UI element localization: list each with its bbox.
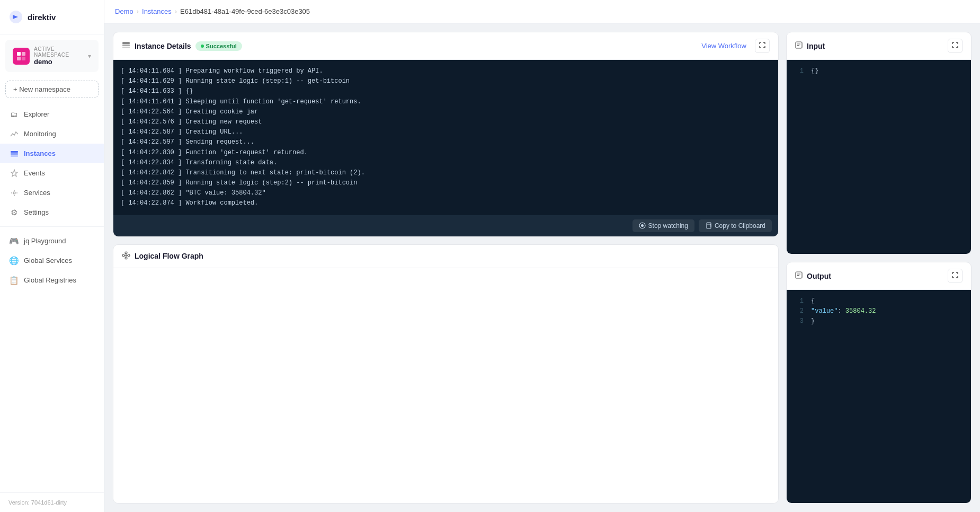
log-line: [ 14:04:22.862 ] "BTC value: 35804.32" [121,188,771,198]
sidebar-item-settings-label: Settings [24,208,49,216]
svg-point-17 [128,254,130,257]
line-content: { [811,296,815,306]
global-services-icon: 🌐 [10,256,19,265]
svg-point-16 [125,252,127,254]
input-card: Input 1{} [786,32,972,254]
input-expand-button[interactable] [948,39,963,53]
output-expand-button[interactable] [948,269,963,283]
svg-point-18 [125,257,127,259]
breadcrumb-demo[interactable]: Demo [115,7,133,15]
svg-rect-1 [17,52,21,56]
svg-rect-5 [11,151,18,153]
flow-icon [122,251,130,261]
input-title-label: Input [807,42,825,50]
sidebar-item-settings[interactable]: ⚙ Settings [0,202,104,222]
namespace-active-label: ACTIVE NAMESPACE [34,46,84,58]
svg-point-13 [641,224,644,227]
sidebar-item-explorer[interactable]: 🗂 Explorer [0,104,104,124]
log-line: [ 14:04:11.641 ] Sleeping until function… [121,97,771,107]
events-icon [10,169,19,178]
status-label: Successful [206,43,237,49]
flow-body [113,268,778,503]
log-line: [ 14:04:22.597 ] Sending request... [121,137,771,147]
svg-rect-14 [707,224,711,228]
input-header: Input [787,32,971,60]
log-line: [ 14:04:22.859 ] Running state logic (st… [121,178,771,188]
copy-clipboard-label: Copy to Clipboard [715,222,765,229]
output-title-label: Output [807,272,831,280]
output-title: Output [795,271,831,280]
status-badge: Successful [195,41,242,51]
log-line: [ 14:04:11.633 ] {} [121,86,771,96]
monitoring-icon [10,129,19,138]
line-number: 1 [794,296,804,306]
sidebar-item-instances[interactable]: Instances [0,144,104,163]
sidebar-item-explorer-label: Explorer [24,110,49,118]
sidebar-item-global-services[interactable]: 🌐 Global Services [0,251,104,270]
view-workflow-button[interactable]: View Workflow [697,40,751,52]
chevron-down-icon: ▾ [88,52,91,60]
namespace-name: demo [34,58,84,66]
status-dot [201,45,204,48]
log-line: [ 14:04:22.874 ] Workflow completed. [121,198,771,208]
namespace-info: ACTIVE NAMESPACE demo [34,46,84,66]
logical-flow-card: Logical Flow Graph [113,244,779,504]
instance-icon [122,41,130,51]
log-line: [ 14:04:22.576 ] Creating new request [121,117,771,127]
right-panel: Input 1{} Output [786,32,972,504]
line-number: 1 [794,66,804,76]
version-label: Version: 7041d61-dirty [8,499,67,506]
line-content: } [811,316,815,326]
content-area: Instance Details Successful View Workflo… [104,23,980,512]
svg-rect-2 [22,52,25,56]
logo-area: direktiv [0,0,104,34]
stop-watching-label: Stop watching [648,222,688,229]
svg-rect-7 [11,155,18,157]
sidebar-item-global-registries-label: Global Registries [24,276,76,284]
svg-rect-9 [122,42,130,44]
sidebar-item-events-label: Events [24,169,45,177]
instance-details-header: Instance Details Successful View Workflo… [113,32,778,60]
input-title: Input [795,41,825,50]
card-actions: View Workflow [697,39,770,53]
sidebar-item-events[interactable]: Events [0,163,104,183]
services-icon [10,188,19,197]
output-header: Output [787,262,971,290]
sidebar-item-instances-label: Instances [24,149,56,157]
sidebar-item-global-registries[interactable]: 📋 Global Registries [0,270,104,290]
instance-details-label: Instance Details [135,42,191,50]
sidebar-item-monitoring-label: Monitoring [24,130,56,138]
expand-icon-button[interactable] [755,39,770,53]
copy-clipboard-button[interactable]: Copy to Clipboard [699,219,772,232]
global-registries-icon: 📋 [10,276,19,285]
log-line: [ 14:04:22.587 ] Creating URL... [121,127,771,137]
breadcrumb: Demo › Instances › E61db481-48a1-49fe-9c… [104,0,980,23]
breadcrumb-sep-1: › [137,7,139,15]
sidebar-item-monitoring[interactable]: Monitoring [0,124,104,144]
sidebar: direktiv ACTIVE NAMESPACE demo ▾ + New n… [0,0,104,512]
new-namespace-button[interactable]: + New namespace [5,81,99,98]
direktiv-logo-icon [8,10,23,24]
svg-rect-10 [122,45,130,46]
log-line: [ 14:04:22.842 ] Transitioning to next s… [121,168,771,178]
sidebar-item-services[interactable]: Services [0,183,104,202]
sidebar-item-jq-playground[interactable]: 🎮 jq Playground [0,231,104,251]
breadcrumb-sep-2: › [175,7,177,15]
line-content: "value": 35804.32 [811,306,876,316]
stop-watching-button[interactable]: Stop watching [632,219,694,232]
nav-main: 🗂 Explorer Monitoring Instances Events [0,101,104,492]
output-icon [795,271,803,280]
flow-title-label: Logical Flow Graph [135,252,203,260]
log-actions: Stop watching Copy to Clipboard [113,215,778,236]
breadcrumb-instances[interactable]: Instances [142,7,172,15]
input-icon [795,41,803,50]
output-line: 1{ [794,296,964,306]
namespace-selector[interactable]: ACTIVE NAMESPACE demo ▾ [5,40,99,72]
namespace-icon [13,48,30,65]
breadcrumb-instance-id: E61db481-48a1-49fe-9ced-6e3e3c03e305 [180,7,310,15]
sidebar-item-services-label: Services [24,189,50,197]
input-line: 1{} [794,66,964,76]
log-area: [ 14:04:11.604 ] Preparing workflow trig… [113,60,778,215]
main-area: Demo › Instances › E61db481-48a1-49fe-9c… [104,0,980,512]
svg-point-15 [122,254,124,257]
